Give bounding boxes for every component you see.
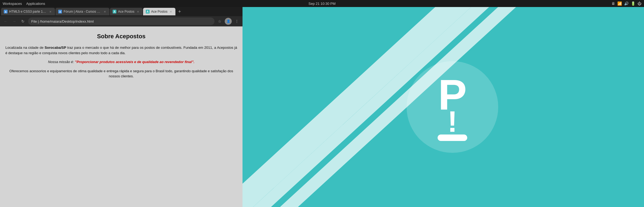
- monitor-icon: 🖥: [611, 1, 615, 6]
- back-button[interactable]: ←: [2, 18, 9, 25]
- tab-label-2: Fórum | Alura - Cursos online...: [64, 10, 101, 13]
- tab-label-1: HTML5 e CSS3 parte 1: Aula 3: [9, 10, 47, 13]
- power-icon: ⏻: [638, 1, 641, 6]
- desktop-wallpaper: P !: [243, 7, 644, 207]
- profile-button[interactable]: 👤: [225, 18, 232, 25]
- battery-icon: 🔋: [631, 1, 635, 6]
- tab-forum-alura[interactable]: a Fórum | Alura - Cursos online... ✕: [56, 8, 109, 15]
- tab-favicon-2: a: [58, 10, 62, 13]
- system-bar: Workspaces Applications Sep 21 10:30 PM …: [0, 0, 644, 7]
- tab-close-2[interactable]: ✕: [103, 10, 107, 13]
- system-bar-right: 🖥 📶 🔊 🔋 ⏻: [611, 1, 641, 6]
- main-layout: a HTML5 e CSS3 parte 1: Aula 3 ✕ a Fórum…: [0, 7, 644, 207]
- tab-favicon-1: a: [4, 10, 8, 13]
- tab-close-4[interactable]: ✕: [169, 10, 173, 13]
- address-bar: ← → ↻ ☆ 👤 ⋮: [0, 16, 243, 26]
- tab-label-3: Ace Postos: [118, 10, 134, 13]
- tab-bar: a HTML5 e CSS3 parte 1: Aula 3 ✕ a Fórum…: [0, 7, 243, 16]
- tab-ace-postos-2[interactable]: A Ace Postos ✕: [143, 8, 176, 15]
- popos-logo-content: P !: [438, 73, 467, 141]
- tab-html5-css3[interactable]: a HTML5 e CSS3 parte 1: Aula 3 ✕: [1, 8, 55, 15]
- new-tab-button[interactable]: +: [176, 8, 183, 15]
- workspaces-label[interactable]: Workspaces: [3, 2, 22, 6]
- page-title: Sobre Acepostos: [5, 32, 237, 41]
- system-bar-left: Workspaces Applications: [3, 2, 45, 6]
- bookmark-button[interactable]: ☆: [216, 18, 223, 25]
- applications-label[interactable]: Applications: [26, 2, 45, 6]
- reload-button[interactable]: ↻: [19, 18, 26, 25]
- tab-close-3[interactable]: ✕: [136, 10, 140, 13]
- tab-favicon-3: A: [113, 10, 116, 13]
- tab-ace-postos-1[interactable]: A Ace Postos ✕: [110, 8, 143, 15]
- page-mission: Nossa missão é: "Proporcionar produtos a…: [5, 59, 237, 65]
- volume-icon: 🔊: [624, 1, 629, 6]
- tab-close-1[interactable]: ✕: [49, 10, 52, 13]
- mission-label: Nossa missão é:: [48, 60, 74, 64]
- menu-button[interactable]: ⋮: [233, 18, 240, 25]
- tab-label-4: Ace Postos: [151, 10, 168, 13]
- tab-favicon-4: A: [146, 10, 150, 13]
- wifi-icon: 📶: [617, 1, 622, 6]
- forward-button[interactable]: →: [11, 18, 18, 25]
- page-intro: Localizada na cidade de Sorocaba/SP traz…: [5, 45, 237, 56]
- page-offer: Oferecemos acessorios e equipamentos de …: [5, 68, 237, 79]
- page-content: Sobre Acepostos Localizada na cidade de …: [5, 32, 237, 79]
- mission-text: "Proporcionar produtos acessíveis e de q…: [75, 60, 195, 64]
- system-bar-datetime: Sep 21 10:30 PM: [309, 2, 335, 6]
- browser-content: Sobre Acepostos Localizada na cidade de …: [0, 26, 243, 207]
- bold-location: Sorocaba/SP: [44, 46, 66, 50]
- address-input[interactable]: [28, 18, 214, 25]
- popos-logo-circle: P !: [407, 61, 498, 153]
- browser-window: a HTML5 e CSS3 parte 1: Aula 3 ✕ a Fórum…: [0, 7, 243, 207]
